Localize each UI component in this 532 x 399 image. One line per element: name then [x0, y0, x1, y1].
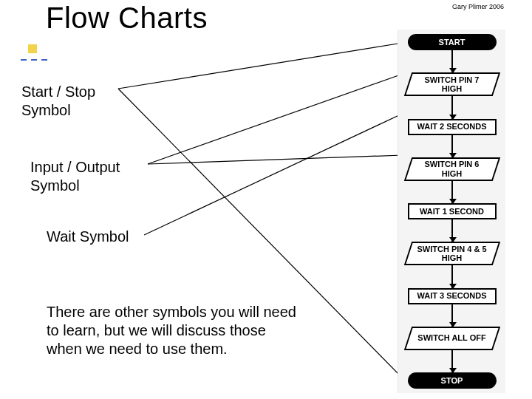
paragraph: There are other symbols you will need to… — [47, 303, 298, 358]
flow-io-alloff-text: SWITCH ALL OFF — [408, 327, 497, 350]
arrow-down-icon — [451, 219, 453, 242]
arrow-down-icon — [451, 96, 453, 118]
svg-line-4 — [144, 115, 400, 235]
flow-wait-1: WAIT 1 SECOND — [408, 203, 497, 219]
svg-line-2 — [148, 74, 403, 164]
flowchart: START SWITCH PIN 7 HIGH WAIT 2 SECONDS S… — [398, 30, 505, 393]
label-start-line2: Symbol — [21, 101, 95, 120]
page-title: Flow Charts — [46, 1, 208, 35]
flow-stop: STOP — [408, 372, 497, 389]
label-io-line2: Symbol — [30, 177, 120, 195]
flow-wait-2: WAIT 2 SECONDS — [408, 119, 497, 135]
label-io-line1: Input / Output — [30, 158, 120, 177]
arrow-down-icon — [451, 135, 453, 157]
flow-io-pin7: SWITCH PIN 7 HIGH — [408, 72, 497, 96]
flow-io-pin7-text: SWITCH PIN 7 HIGH — [408, 72, 497, 96]
flow-io-pin6-text: SWITCH PIN 6 HIGH — [408, 157, 497, 181]
svg-line-3 — [148, 155, 403, 164]
flow-io-pin45: SWITCH PIN 4 & 5 HIGH — [408, 242, 497, 265]
author-credit: Gary Plimer 2006 — [452, 3, 504, 10]
arrow-down-icon — [451, 181, 453, 203]
flow-start: START — [408, 34, 497, 50]
arrow-down-icon — [451, 304, 453, 327]
flow-io-pin6: SWITCH PIN 6 HIGH — [408, 157, 497, 181]
svg-line-0 — [118, 43, 403, 89]
flow-io-alloff: SWITCH ALL OFF — [408, 327, 497, 350]
arrow-down-icon — [451, 50, 453, 72]
flow-wait-3: WAIT 3 SECONDS — [408, 288, 497, 304]
arrow-down-icon — [451, 350, 453, 372]
arrow-down-icon — [451, 265, 453, 287]
bullet-icon — [28, 44, 37, 53]
underline-decoration — [21, 59, 27, 61]
label-start-line1: Start / Stop — [21, 83, 95, 101]
flowchart-inner: START SWITCH PIN 7 HIGH WAIT 2 SECONDS S… — [401, 34, 502, 389]
label-input-output: Input / Output Symbol — [30, 158, 120, 195]
label-wait: Wait Symbol — [47, 228, 129, 246]
flow-io-pin45-text: SWITCH PIN 4 & 5 HIGH — [408, 242, 497, 265]
label-start-stop: Start / Stop Symbol — [21, 83, 95, 120]
